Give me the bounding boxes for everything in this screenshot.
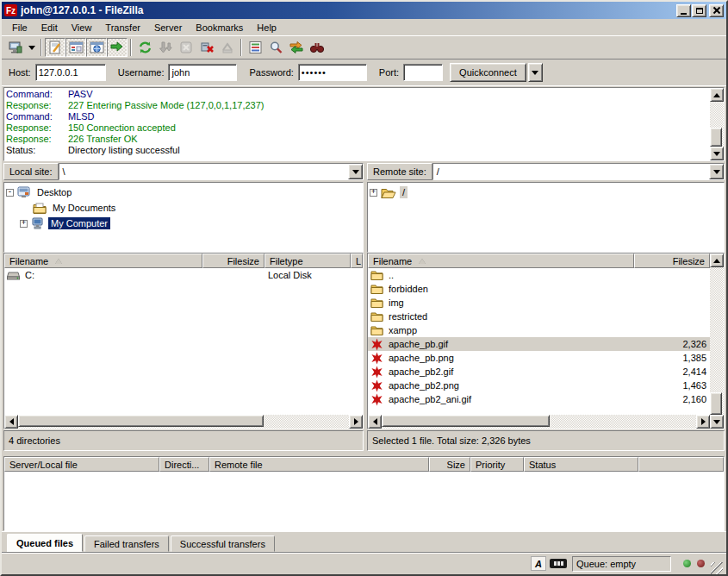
tree-item-label: My Computer: [48, 217, 110, 229]
local-horizontal-scrollbar[interactable]: [4, 415, 363, 429]
remote-site-combo[interactable]: /: [432, 163, 725, 180]
speed-limit-indicator-icon[interactable]: [550, 559, 567, 568]
column-header-filename[interactable]: Filename: [368, 254, 634, 268]
expand-icon[interactable]: +: [370, 189, 377, 197]
maximize-button[interactable]: [692, 4, 706, 17]
scroll-down-button[interactable]: [710, 415, 724, 429]
minimize-button[interactable]: [676, 4, 691, 17]
resize-grip[interactable]: [711, 562, 723, 574]
file-row[interactable]: forbidden: [368, 282, 710, 296]
toggle-local-tree-button[interactable]: [65, 38, 86, 57]
port-input[interactable]: [403, 64, 443, 81]
column-header-status[interactable]: Status: [524, 457, 638, 472]
disconnect-button[interactable]: [196, 38, 217, 57]
username-input[interactable]: [168, 64, 237, 81]
scroll-down-button[interactable]: [710, 147, 724, 160]
local-site-dropdown-button[interactable]: [348, 164, 363, 179]
file-row[interactable]: apache_pb2.gif 2,414: [368, 365, 710, 379]
data-type-indicator-icon[interactable]: A: [531, 556, 546, 571]
titlebar[interactable]: Fz john@127.0.0.1 - FileZilla: [2, 2, 726, 19]
host-label: Host:: [9, 67, 31, 78]
toggle-transfer-queue-button[interactable]: [107, 38, 128, 57]
quickconnect-dropdown-button[interactable]: [528, 63, 543, 82]
directory-listing-filters-button[interactable]: [245, 38, 265, 57]
tab-successful-transfers[interactable]: Successful transfers: [171, 535, 275, 552]
scroll-left-button[interactable]: [368, 415, 382, 429]
file-row[interactable]: apache_pb.png 1,385: [368, 351, 710, 365]
password-input[interactable]: [298, 64, 367, 81]
file-name: restricted: [385, 311, 634, 322]
remote-horizontal-scrollbar[interactable]: [368, 415, 710, 429]
refresh-button[interactable]: [134, 38, 155, 57]
file-row[interactable]: apache_pb2_ani.gif 2,160: [368, 392, 710, 406]
column-header-filename[interactable]: Filename: [4, 254, 202, 268]
file-row[interactable]: img: [368, 296, 710, 310]
column-header-filesize[interactable]: Filesize: [634, 254, 710, 268]
message-log-lines[interactable]: Command:PASV Response:227 Entering Passi…: [4, 88, 710, 160]
menu-help[interactable]: Help: [250, 21, 283, 34]
scroll-thumb[interactable]: [382, 415, 550, 427]
scroll-up-button[interactable]: [710, 254, 724, 267]
close-button[interactable]: [709, 4, 724, 17]
toggle-remote-tree-button[interactable]: [86, 38, 107, 57]
tree-item-my-computer[interactable]: + My Computer: [6, 216, 361, 231]
file-row[interactable]: apache_pb2.png 1,463: [368, 379, 710, 392]
site-manager-dropdown-button[interactable]: [26, 38, 38, 57]
quickconnect-button[interactable]: Quickconnect: [450, 63, 526, 82]
remote-site-dropdown-button[interactable]: [709, 164, 724, 179]
tab-queued-files[interactable]: Queued files: [7, 534, 83, 552]
file-row[interactable]: ..: [368, 268, 710, 282]
file-search-button[interactable]: [265, 38, 286, 57]
scroll-thumb[interactable]: [710, 128, 722, 147]
site-manager-button[interactable]: [5, 38, 26, 57]
remote-vertical-scrollbar[interactable]: [710, 254, 724, 429]
column-header-remote-file[interactable]: Remote file: [209, 457, 429, 472]
menu-edit[interactable]: Edit: [34, 21, 65, 34]
column-header-size[interactable]: Size: [429, 457, 470, 472]
menu-file[interactable]: File: [5, 21, 34, 34]
column-header-filetype[interactable]: Filetype: [264, 254, 351, 268]
column-header-last-modified[interactable]: L: [351, 254, 363, 268]
toolbar: [2, 36, 726, 59]
scroll-right-button[interactable]: [349, 415, 363, 429]
menu-view[interactable]: View: [65, 21, 99, 34]
file-row[interactable]: restricted: [368, 310, 710, 323]
file-row-c-drive[interactable]: C: Local Disk: [4, 268, 363, 282]
scroll-left-button[interactable]: [4, 415, 18, 429]
image-file-icon: [370, 352, 383, 365]
cancel-operation-button[interactable]: [176, 38, 196, 57]
reconnect-button[interactable]: [217, 38, 238, 57]
column-header-server-local-file[interactable]: Server/Local file: [4, 457, 159, 472]
scroll-up-button[interactable]: [710, 88, 724, 102]
remote-file-rows[interactable]: .. forbidden img: [368, 268, 710, 415]
scroll-thumb[interactable]: [710, 392, 722, 415]
directory-comparison-button[interactable]: [307, 38, 327, 57]
expand-icon[interactable]: +: [20, 220, 28, 228]
remote-tree[interactable]: + /: [367, 182, 725, 253]
process-queue-button[interactable]: [155, 38, 176, 57]
tree-item-my-documents[interactable]: My Documents: [6, 200, 361, 216]
local-site-combo[interactable]: \: [59, 163, 364, 180]
collapse-icon[interactable]: -: [6, 189, 14, 197]
tree-item-desktop[interactable]: - Desktop: [6, 185, 361, 200]
queue-rows[interactable]: [4, 472, 724, 530]
host-input[interactable]: [35, 64, 106, 81]
column-header-priority[interactable]: Priority: [470, 457, 524, 472]
local-file-rows[interactable]: C: Local Disk: [4, 268, 363, 415]
scroll-right-button[interactable]: [696, 415, 710, 429]
menu-server[interactable]: Server: [147, 21, 189, 34]
toggle-message-log-button[interactable]: [45, 38, 65, 57]
menu-bookmarks[interactable]: Bookmarks: [189, 21, 250, 34]
menu-transfer[interactable]: Transfer: [98, 21, 147, 34]
column-header-direction[interactable]: Directi...: [159, 457, 209, 472]
file-row-selected[interactable]: apache_pb.gif 2,326: [368, 337, 710, 351]
tree-item-root[interactable]: + /: [370, 185, 722, 200]
scroll-thumb[interactable]: [18, 415, 264, 427]
file-row[interactable]: xampp: [368, 323, 710, 337]
log-vertical-scrollbar[interactable]: [710, 88, 724, 160]
column-header-empty[interactable]: [638, 457, 724, 472]
local-tree[interactable]: - Desktop My Documents +: [3, 182, 364, 253]
tab-failed-transfers[interactable]: Failed transfers: [84, 535, 169, 552]
synchronized-browsing-button[interactable]: [286, 38, 307, 57]
column-header-filesize[interactable]: Filesize: [202, 254, 264, 268]
